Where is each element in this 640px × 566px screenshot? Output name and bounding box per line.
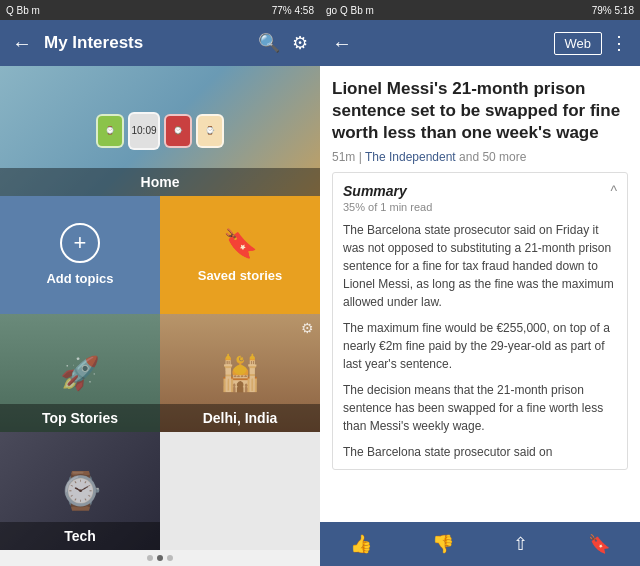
saved-stories-tile[interactable]: 🔖 Saved stories [160, 196, 320, 314]
dot-1 [147, 555, 153, 561]
top-stories-tile[interactable]: 🚀 Top Stories [0, 314, 160, 432]
add-topics-tile[interactable]: + Add topics [0, 196, 160, 314]
status-right-info: 77% 4:58 [272, 5, 314, 16]
tech-label: Tech [0, 522, 160, 550]
thumbs-down-button[interactable]: 👎 [420, 525, 466, 563]
grid-row-3: 🚀 Top Stories 🕌 ⚙ Delhi, India [0, 314, 320, 432]
meta-separator: | [359, 150, 362, 164]
watch-red: ⌚ [164, 114, 192, 148]
status-right-left-icons: go Q Bb m [326, 5, 374, 16]
header-right: ← Web ⋮ [320, 20, 640, 66]
gear-icon-delhi[interactable]: ⚙ [301, 320, 314, 336]
chevron-up-icon[interactable]: ^ [610, 183, 617, 199]
article-area: Lionel Messi's 21-month prison sentence … [320, 66, 640, 522]
page-dots [0, 550, 320, 566]
status-left-icons: Q Bb m [6, 5, 40, 16]
watch-green: ⌚ [96, 114, 124, 148]
summary-para-2: The maximum fine would be €255,000, on t… [343, 319, 617, 373]
watch-white: 10:09 [128, 112, 160, 150]
header-left: ← My Interests 🔍 ⚙ [0, 20, 320, 66]
status-bar-right: go Q Bb m 79% 5:18 [320, 0, 640, 20]
web-button[interactable]: Web [554, 32, 603, 55]
page-title-left: My Interests [44, 33, 246, 53]
bookmark-button[interactable]: 🔖 [576, 525, 622, 563]
tech-watch-icon: ⌚ [58, 470, 103, 512]
back-button-left[interactable]: ← [12, 32, 32, 55]
dot-2 [157, 555, 163, 561]
article-time: 51m [332, 150, 355, 164]
delhi-label: Delhi, India [160, 404, 320, 432]
back-button-right[interactable]: ← [332, 32, 352, 55]
status-right-right-icons: 79% 5:18 [592, 5, 634, 16]
grid-row-1: ⌚ 10:09 ⌚ ⌚ Home [0, 66, 320, 196]
summary-para-4: The Barcelona state prosecutor said on [343, 443, 617, 461]
saved-stories-label: Saved stories [198, 268, 283, 283]
plus-icon: + [60, 223, 100, 263]
bottom-action-bar: 👍 👎 ⇧ 🔖 [320, 522, 640, 566]
dot-3 [167, 555, 173, 561]
thumbs-up-button[interactable]: 👍 [338, 525, 384, 563]
summary-box: Summary ^ 35% of 1 min read The Barcelon… [332, 172, 628, 470]
article-title: Lionel Messi's 21-month prison sentence … [320, 66, 640, 150]
grid-row-4: ⌚ Tech [0, 432, 320, 550]
watches-visual: ⌚ 10:09 ⌚ ⌚ [96, 112, 224, 150]
top-stories-label: Top Stories [0, 404, 160, 432]
empty-tile [160, 432, 320, 550]
menu-button[interactable]: ⋮ [610, 32, 628, 54]
delhi-tile[interactable]: 🕌 ⚙ Delhi, India [160, 314, 320, 432]
add-topics-label: Add topics [46, 271, 113, 286]
summary-header: Summary ^ [343, 183, 617, 199]
home-label: Home [0, 168, 320, 196]
summary-read-time: 35% of 1 min read [343, 201, 617, 213]
article-more-text[interactable]: and 50 more [459, 150, 526, 164]
rocket-icon: 🚀 [60, 354, 100, 392]
watch-beige: ⌚ [196, 114, 224, 148]
bookmark-icon: 🔖 [223, 227, 258, 260]
summary-title: Summary [343, 183, 407, 199]
search-button-left[interactable]: 🔍 [258, 32, 280, 54]
home-tile[interactable]: ⌚ 10:09 ⌚ ⌚ Home [0, 66, 320, 196]
article-meta: 51m | The Independent and 50 more [320, 150, 640, 172]
grid-row-2: + Add topics 🔖 Saved stories [0, 196, 320, 314]
tech-tile[interactable]: ⌚ Tech [0, 432, 160, 550]
settings-button-left[interactable]: ⚙ [292, 32, 308, 54]
building-icon: 🕌 [219, 353, 261, 393]
interests-grid: ⌚ 10:09 ⌚ ⌚ Home + Add topics 🔖 Saved st… [0, 66, 320, 550]
right-panel: go Q Bb m 79% 5:18 ← Web ⋮ Lionel Messi'… [320, 0, 640, 566]
article-source[interactable]: The Independent [365, 150, 456, 164]
left-panel: Q Bb m 77% 4:58 ← My Interests 🔍 ⚙ ⌚ 10:… [0, 0, 320, 566]
status-bar-left: Q Bb m 77% 4:58 [0, 0, 320, 20]
summary-para-1: The Barcelona state prosecutor said on F… [343, 221, 617, 311]
summary-para-3: The decision means that the 21-month pri… [343, 381, 617, 435]
carrier-text: Q Bb m [6, 5, 40, 16]
share-button[interactable]: ⇧ [501, 525, 540, 563]
